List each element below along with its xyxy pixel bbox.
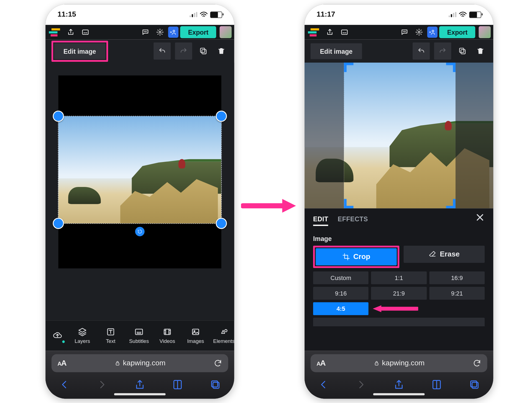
- svg-rect-24: [472, 382, 478, 388]
- crop-handle-tl[interactable]: [344, 63, 353, 72]
- svg-point-4: [173, 30, 175, 32]
- ratio-9-16[interactable]: 9:16: [313, 287, 369, 300]
- avatar[interactable]: [479, 26, 491, 38]
- crop-handle-bl[interactable]: [344, 199, 353, 208]
- tool-label: Layers: [75, 338, 90, 344]
- crop-handle-br[interactable]: [446, 199, 456, 208]
- export-button[interactable]: Export: [180, 26, 216, 38]
- share-button[interactable]: [134, 379, 145, 392]
- app-bar: Export: [45, 25, 234, 40]
- flow-arrow: [241, 197, 297, 214]
- kapwing-logo[interactable]: [308, 28, 319, 36]
- crop-region[interactable]: [344, 63, 455, 208]
- panel-section-label: Image: [313, 235, 485, 242]
- selected-image[interactable]: [58, 116, 221, 224]
- tabs-button[interactable]: [210, 379, 221, 392]
- invite-user-button[interactable]: [428, 27, 438, 38]
- redo-button[interactable]: [175, 42, 192, 60]
- tabs-button[interactable]: [469, 379, 480, 392]
- settings-icon[interactable]: [413, 26, 426, 38]
- highlight-crop: Crop: [313, 246, 399, 268]
- close-panel-button[interactable]: [475, 213, 485, 225]
- text-size-button[interactable]: AA: [57, 359, 66, 368]
- share-icon[interactable]: [64, 26, 77, 38]
- kapwing-logo[interactable]: [49, 28, 60, 36]
- lock-icon: [374, 360, 380, 366]
- address-bar[interactable]: AA kapwing.com: [311, 354, 487, 372]
- address-bar[interactable]: AA kapwing.com: [52, 354, 228, 372]
- reload-icon[interactable]: [473, 359, 481, 368]
- signal-icon: [449, 12, 456, 17]
- safari-chrome: AA kapwing.com: [45, 351, 234, 399]
- svg-rect-15: [212, 381, 218, 387]
- share-button[interactable]: [393, 379, 405, 392]
- tool-subtitles[interactable]: Subtitles: [126, 327, 152, 344]
- ratio-21-9[interactable]: 21:9: [371, 287, 427, 300]
- resize-handle-br[interactable]: [216, 218, 227, 229]
- edit-image-button[interactable]: Edit image: [54, 43, 106, 59]
- bookmarks-button[interactable]: [172, 379, 183, 392]
- rotate-handle[interactable]: [135, 227, 145, 236]
- svg-rect-19: [461, 50, 465, 54]
- tool-text[interactable]: Text: [98, 327, 124, 344]
- caption-icon[interactable]: [338, 26, 351, 38]
- ratio-9-21[interactable]: 9:21: [429, 287, 485, 300]
- tab-effects[interactable]: EFFECTS: [338, 215, 368, 222]
- ratio-4-5[interactable]: 4:5: [313, 302, 369, 315]
- redo-button[interactable]: [434, 42, 451, 60]
- svg-rect-10: [193, 329, 199, 335]
- undo-button[interactable]: [413, 42, 430, 60]
- avatar[interactable]: [220, 26, 232, 38]
- edit-image-button[interactable]: Edit image: [311, 43, 362, 59]
- nav-back-button[interactable]: [318, 379, 329, 392]
- tab-edit[interactable]: EDIT: [313, 215, 328, 222]
- tool-layers[interactable]: Layers: [70, 327, 95, 344]
- comment-icon[interactable]: [398, 26, 411, 38]
- ratio-1-1[interactable]: 1:1: [371, 271, 427, 284]
- svg-rect-5: [202, 50, 206, 54]
- crop-button[interactable]: Crop: [316, 248, 397, 265]
- home-indicator: [373, 393, 425, 396]
- duplicate-button[interactable]: [196, 44, 210, 58]
- panel-continues: [313, 318, 485, 326]
- erase-button[interactable]: Erase: [404, 246, 485, 263]
- tool-images[interactable]: Images: [183, 327, 208, 344]
- text-size-button[interactable]: AA: [316, 359, 325, 368]
- tool-label: Text: [106, 338, 115, 344]
- svg-rect-13: [116, 363, 119, 365]
- reload-icon[interactable]: [214, 359, 222, 368]
- resize-handle-bl[interactable]: [53, 218, 64, 229]
- share-icon[interactable]: [323, 26, 336, 38]
- duplicate-button[interactable]: [456, 44, 469, 58]
- ios-statusbar: 11:17: [305, 4, 493, 25]
- svg-marker-22: [373, 305, 382, 312]
- highlight-edit-image: Edit image: [52, 40, 108, 61]
- invite-user-button[interactable]: [168, 27, 179, 38]
- bookmarks-button[interactable]: [431, 379, 442, 392]
- statusbar-time: 11:15: [57, 10, 76, 19]
- export-button[interactable]: Export: [439, 26, 475, 38]
- comment-icon[interactable]: [139, 26, 152, 38]
- canvas[interactable]: [305, 63, 493, 208]
- resize-handle-tl[interactable]: [53, 111, 64, 122]
- nav-back-button[interactable]: [59, 379, 70, 392]
- caption-icon[interactable]: [79, 26, 92, 38]
- upload-button[interactable]: [48, 330, 67, 341]
- phone-right: 11:17 Export Edit image: [305, 4, 493, 399]
- delete-button[interactable]: [214, 44, 228, 58]
- delete-button[interactable]: [474, 44, 487, 58]
- resize-handle-tr[interactable]: [216, 111, 227, 122]
- svg-rect-9: [164, 329, 170, 335]
- canvas[interactable]: [45, 63, 234, 321]
- phone-left: 11:15: [45, 4, 234, 399]
- crop-handle-tr[interactable]: [446, 63, 456, 72]
- ratio-custom[interactable]: Custom: [313, 271, 369, 284]
- tool-label: Elements: [213, 338, 234, 344]
- undo-button[interactable]: [154, 42, 171, 60]
- settings-icon[interactable]: [154, 26, 167, 38]
- tool-elements[interactable]: Elements: [211, 327, 234, 344]
- svg-rect-14: [213, 382, 219, 388]
- svg-point-12: [225, 330, 227, 332]
- ratio-16-9[interactable]: 16:9: [429, 271, 485, 284]
- tool-videos[interactable]: Videos: [154, 327, 180, 344]
